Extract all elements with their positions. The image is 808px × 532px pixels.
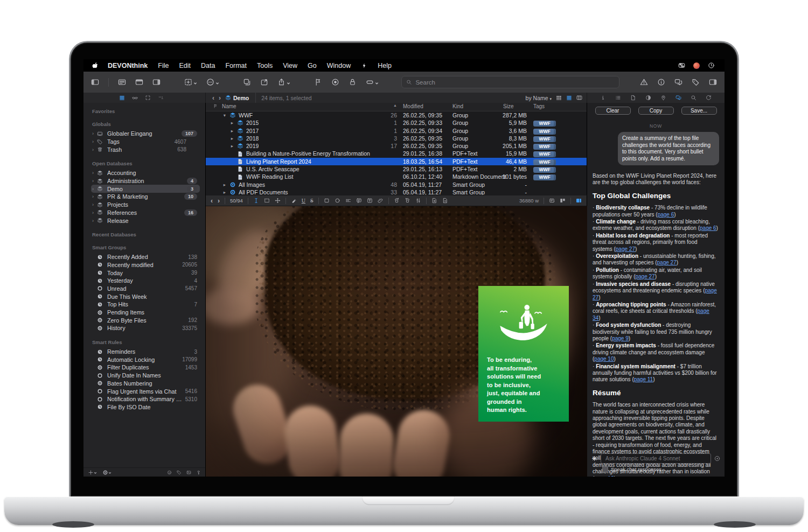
app-menu[interactable]: DEVONthink [108, 62, 148, 69]
label-filter-icon[interactable] [167, 470, 172, 475]
sidebar-item-database[interactable]: › Administration 4 [91, 177, 200, 185]
disclosure-icon[interactable]: ▸ [229, 119, 235, 127]
sort-asc-icon[interactable]: ▲ [393, 103, 397, 107]
open-externally-button[interactable] [260, 78, 268, 86]
mark-button[interactable] [331, 78, 339, 86]
item-tag[interactable]: WWF [533, 142, 556, 150]
text-select-tool[interactable] [253, 198, 259, 204]
location-inspector-icon[interactable] [660, 95, 666, 101]
lock-button[interactable] [349, 78, 357, 86]
apple-menu[interactable] [92, 62, 99, 69]
column-size[interactable]: Size [503, 103, 513, 109]
list-view-toggle-icon[interactable] [566, 95, 572, 101]
sidebar-item-smart-group[interactable]: Recently modified 20605 [91, 261, 200, 269]
disclosure-icon[interactable]: › [92, 202, 97, 207]
item-tag[interactable]: WWF [533, 150, 556, 157]
sidebar-item-smart-rule[interactable]: Bates Numbering [91, 380, 200, 388]
account-icon[interactable] [693, 62, 700, 69]
new-item-button[interactable] [184, 78, 197, 86]
move-tool[interactable] [275, 198, 281, 204]
info-button[interactable] [657, 78, 665, 86]
toggle-right-panel-button[interactable] [709, 78, 717, 86]
rect-select-tool[interactable] [264, 198, 270, 204]
info-inspector-icon[interactable] [600, 95, 606, 101]
flag-column-icon[interactable] [213, 103, 218, 109]
pdf-page-indicator[interactable]: 50/94 [230, 198, 243, 204]
sidebar-item-database[interactable]: › Release [91, 216, 200, 225]
add-button[interactable] [88, 470, 97, 475]
rotate-left-button[interactable] [394, 198, 400, 204]
flag-button[interactable] [314, 78, 322, 86]
view-inspector-button[interactable] [152, 78, 161, 86]
label-button[interactable] [366, 78, 379, 86]
table-row[interactable]: ▸ All Images 48 05.04.19, 11:27 Smart Gr… [206, 181, 587, 188]
sidebar-item-smart-group[interactable]: Pending Items [91, 309, 200, 317]
sidebar-item-database[interactable]: › Accounting [91, 169, 200, 177]
sidebar-item-database[interactable]: › PR & Marketing 10 [91, 193, 200, 201]
clip-icon[interactable] [145, 95, 151, 101]
control-center-icon[interactable] [678, 62, 685, 69]
search-inspector-icon[interactable] [691, 95, 696, 101]
table-row[interactable]: Living Planet Report 2024 18.03.25, 16:5… [206, 158, 587, 165]
see-also-icon[interactable] [132, 95, 138, 101]
column-name[interactable]: Name [222, 103, 236, 109]
script-menu-icon[interactable] [361, 62, 367, 69]
chat-inspector-icon[interactable] [675, 95, 681, 101]
highlight-tool[interactable] [291, 198, 297, 204]
document-inspector-icon[interactable] [630, 95, 636, 101]
search-field[interactable] [401, 76, 619, 88]
menu-help[interactable]: Help [378, 62, 392, 69]
clear-button[interactable]: Clear [595, 107, 631, 115]
speak-checkbox[interactable] [602, 466, 608, 472]
column-tags[interactable]: Tags [533, 103, 545, 109]
add-page-button[interactable] [431, 198, 437, 204]
link-annotation-tool[interactable] [378, 198, 384, 204]
table-row[interactable]: Building a Nature-Positive Energy Transf… [206, 150, 587, 157]
share-button[interactable] [277, 78, 290, 86]
back-button[interactable]: ‹ [210, 94, 217, 102]
breadcrumb-database[interactable]: Demo [233, 95, 249, 101]
strikethrough-tool[interactable]: S [310, 198, 314, 204]
sidebar-item[interactable]: › Globaler Eingang 107 [91, 130, 200, 138]
annotations-inspector-icon[interactable] [615, 95, 621, 101]
rotate-selection-button[interactable] [415, 198, 421, 204]
menu-data[interactable]: Data [201, 62, 215, 69]
underline-tool[interactable]: U [302, 198, 305, 204]
sidebar-item-database[interactable]: › Demo 3 [91, 185, 200, 193]
square-annotation-tool[interactable] [324, 198, 330, 204]
item-tag[interactable]: WWF [533, 173, 556, 180]
thumbnails-button[interactable] [560, 198, 566, 204]
chat-input-field[interactable] [601, 453, 711, 464]
sidebar-item[interactable]: › Trash 638 [91, 145, 200, 153]
page-link[interactable]: page 9 [612, 335, 629, 341]
sidebar-item-smart-group[interactable]: Unread 5457 [91, 285, 200, 293]
sidebar-item[interactable]: › Tags 4607 [91, 138, 200, 146]
sidebar-item-smart-rule[interactable]: File By ISO Date [91, 403, 200, 411]
note-annotation-tool[interactable] [356, 198, 362, 204]
text-annotation-tool[interactable] [367, 198, 373, 204]
resume-page-link[interactable]: page 12 [594, 475, 614, 477]
tags-button[interactable] [692, 78, 700, 86]
pdf-page-view[interactable]: To be enduring, all transformative solut… [206, 206, 588, 477]
grid-view-icon[interactable] [556, 95, 562, 101]
menu-file[interactable]: File [158, 62, 169, 69]
toggle-sidebar-button[interactable] [91, 78, 99, 86]
save-button[interactable]: Save... [681, 107, 717, 115]
annotations-list-button[interactable] [549, 198, 555, 204]
column-view-icon[interactable] [576, 95, 582, 101]
warning-button[interactable] [640, 78, 648, 86]
disclosure-icon[interactable]: › [92, 194, 97, 199]
disclosure-icon[interactable]: › [92, 210, 97, 215]
sidebar-item-smart-group[interactable]: History 33375 [91, 324, 200, 332]
disclosure-icon[interactable]: › [92, 131, 97, 136]
search-input[interactable] [414, 79, 615, 86]
menu-go[interactable]: Go [308, 62, 317, 69]
disclosure-icon[interactable]: ▸ [229, 127, 235, 135]
item-tag[interactable]: WWF [533, 119, 556, 127]
sidebar-item-smart-rule[interactable]: Filter Duplicates 1453 [91, 363, 200, 372]
menu-view[interactable]: View [283, 62, 297, 69]
table-row[interactable]: ▸ 2018 3 26.02.25, 09:35 Group 8,3 MB WW… [206, 135, 587, 142]
menu-tools[interactable]: Tools [257, 62, 273, 69]
sidebar-item-smart-group[interactable]: Today 39 [91, 269, 200, 277]
menu-format[interactable]: Format [225, 62, 247, 69]
